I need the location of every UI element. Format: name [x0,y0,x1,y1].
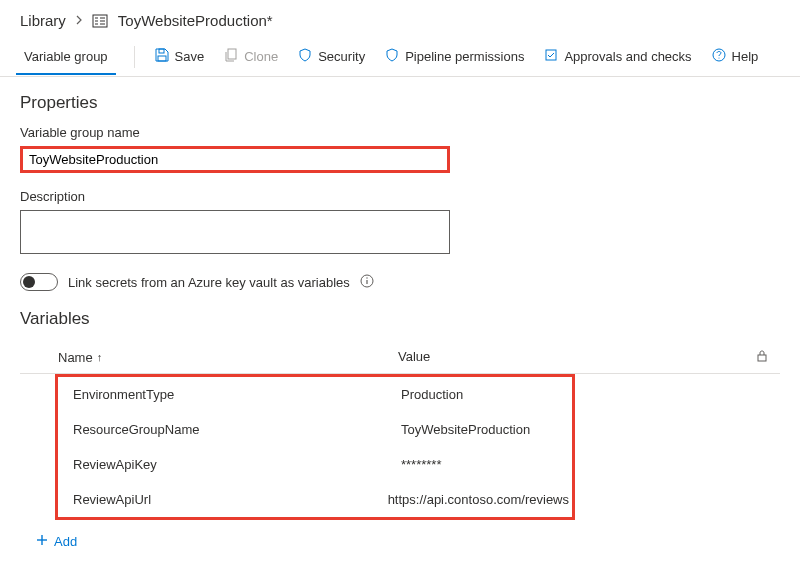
variables-table-body: EnvironmentType Production ResourceGroup… [55,374,575,520]
add-label: Add [54,534,77,549]
pipeline-permissions-button[interactable]: Pipeline permissions [375,42,534,71]
security-label: Security [318,49,365,64]
table-row[interactable]: ResourceGroupName ToyWebsiteProduction [58,412,572,447]
name-field-group: Variable group name [20,125,780,173]
variable-name: ResourceGroupName [61,422,401,437]
description-input[interactable] [20,210,450,254]
variable-group-name-input[interactable] [20,146,450,173]
svg-point-12 [718,58,719,59]
toggle-knob [23,276,35,288]
clone-button: Clone [214,42,288,71]
plus-icon [36,534,48,549]
help-icon [712,48,726,65]
description-field-group: Description [20,189,780,257]
chevron-right-icon [74,14,84,28]
table-row[interactable]: ReviewApiUrl https://api.contoso.com/rev… [58,482,572,517]
variable-name: EnvironmentType [61,387,401,402]
svg-point-14 [366,277,367,278]
column-value-header[interactable]: Value [398,349,738,365]
toolbar: Variable group Save Clone Security Pipel… [0,37,800,77]
clone-label: Clone [244,49,278,64]
svg-rect-8 [158,56,166,61]
variable-value: ToyWebsiteProduction [401,422,569,437]
save-label: Save [175,49,205,64]
sort-arrow-icon: ↑ [97,351,103,363]
variables-table-header: Name ↑ Value [20,341,780,374]
approvals-checks-button[interactable]: Approvals and checks [534,42,701,71]
link-secrets-row: Link secrets from an Azure key vault as … [20,273,780,291]
save-icon [155,48,169,65]
breadcrumb-title: ToyWebsiteProduction* [118,12,273,29]
svg-rect-10 [546,50,556,60]
table-row[interactable]: EnvironmentType Production [58,377,572,412]
security-button[interactable]: Security [288,42,375,71]
shield-icon [298,48,312,65]
link-secrets-toggle[interactable] [20,273,58,291]
help-label: Help [732,49,759,64]
svg-rect-16 [758,355,766,361]
variables-title: Variables [20,309,780,329]
breadcrumb: Library ToyWebsiteProduction* [0,0,800,37]
name-label: Variable group name [20,125,780,140]
info-icon[interactable] [360,274,374,291]
column-name-header[interactable]: Name ↑ [58,349,398,365]
variable-value: Production [401,387,569,402]
link-secrets-label: Link secrets from an Azure key vault as … [68,275,350,290]
pipeline-permissions-label: Pipeline permissions [405,49,524,64]
variable-name: ReviewApiUrl [61,492,388,507]
save-button[interactable]: Save [145,42,215,71]
properties-title: Properties [20,93,780,113]
variable-name: ReviewApiKey [61,457,401,472]
table-row[interactable]: ReviewApiKey ******** [58,447,572,482]
svg-rect-7 [159,49,164,53]
help-button[interactable]: Help [702,42,769,71]
toolbar-separator [134,46,135,68]
shield-icon [385,48,399,65]
column-lock-header [738,349,768,365]
variable-value: ******** [401,457,569,472]
approvals-checks-label: Approvals and checks [564,49,691,64]
svg-rect-9 [228,49,236,59]
checklist-icon [544,48,558,65]
tab-variable-group[interactable]: Variable group [16,39,116,75]
content: Properties Variable group name Descripti… [0,77,800,573]
column-name-label: Name [58,350,93,365]
clone-icon [224,48,238,65]
add-variable-button[interactable]: Add [20,520,780,563]
variable-group-icon [92,14,108,28]
description-label: Description [20,189,780,204]
variable-value: https://api.contoso.com/reviews [388,492,569,507]
breadcrumb-library[interactable]: Library [20,12,66,29]
